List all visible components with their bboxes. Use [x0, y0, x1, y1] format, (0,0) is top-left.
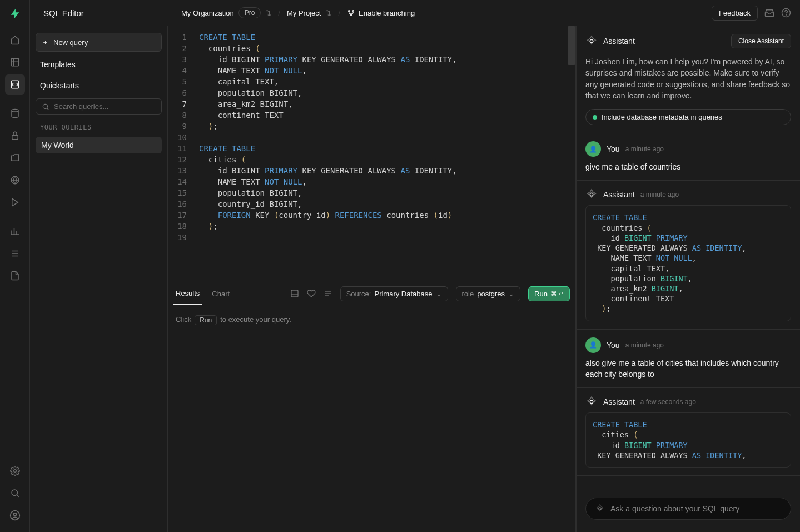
assistant-title: Assistant [603, 37, 635, 46]
role-select[interactable]: role postgres ⌄ [456, 286, 521, 301]
include-metadata-toggle[interactable]: Include database metadata in queries [585, 109, 791, 125]
close-assistant-button[interactable]: Close Assistant [731, 34, 791, 48]
assistant-icon [585, 396, 598, 408]
quickstarts-link[interactable]: Quickstarts [36, 77, 162, 94]
storage-icon[interactable] [5, 148, 25, 168]
svg-line-12 [17, 495, 18, 496]
chevron-down-icon: ⌄ [508, 290, 514, 298]
auth-icon[interactable] [5, 126, 25, 146]
database-icon[interactable] [5, 103, 25, 123]
chevron-updown-icon: ⇅ [265, 9, 271, 17]
templates-link[interactable]: Templates [36, 56, 162, 73]
code-block: CREATE TABLE countries ( id BIGINT PRIMA… [585, 205, 791, 321]
realtime-icon[interactable] [5, 192, 25, 212]
page-title: SQL Editor [43, 8, 84, 18]
project-selector[interactable]: My Project ⇅ [287, 9, 331, 17]
logs-icon[interactable] [5, 243, 25, 263]
results-body: Click Run to execute your query. [168, 305, 576, 532]
svg-point-14 [13, 513, 16, 516]
svg-line-21 [47, 108, 49, 110]
tab-chart[interactable]: Chart [210, 290, 232, 304]
svg-point-20 [43, 104, 47, 108]
search-icon [42, 103, 49, 111]
header: SQL Editor My Organization Pro ⇅ / My Pr… [30, 0, 800, 26]
query-item[interactable]: My World [36, 137, 162, 153]
search-input[interactable]: Search queries... [36, 98, 162, 115]
home-icon[interactable] [5, 30, 25, 50]
new-query-button[interactable]: ＋ New query [36, 33, 162, 52]
svg-point-11 [12, 490, 18, 496]
tab-results[interactable]: Results [173, 289, 202, 305]
sidebar-section-label: YOUR QUERIES [36, 119, 162, 132]
favorite-icon[interactable] [307, 289, 316, 298]
run-button[interactable]: Run ⌘ ↵ [528, 286, 570, 301]
svg-point-4 [12, 110, 18, 112]
avatar: 👤 [585, 141, 601, 157]
avatar: 👤 [585, 337, 601, 353]
chevron-updown-icon: ⇅ [325, 9, 331, 17]
search-icon[interactable] [5, 483, 25, 503]
help-icon[interactable] [781, 8, 791, 18]
message: Assistanta minute agoCREATE TABLE countr… [577, 181, 800, 329]
message: 👤Youa minute agoalso give me a table of … [577, 330, 800, 388]
plus-icon: ＋ [42, 37, 49, 47]
svg-rect-22 [291, 290, 298, 297]
message: Assistanta few seconds agoCREATE TABLE c… [577, 388, 800, 475]
svg-point-15 [349, 10, 350, 12]
scrollbar[interactable] [568, 26, 575, 65]
sql-editor-icon[interactable] [5, 74, 25, 95]
svg-point-19 [786, 14, 787, 15]
chevron-down-icon: ⌄ [436, 290, 442, 298]
table-icon[interactable] [5, 52, 25, 72]
user-icon[interactable] [5, 505, 25, 525]
svg-rect-5 [12, 135, 18, 140]
status-dot-icon [593, 115, 597, 120]
code-block: CREATE TABLE cities ( id BIGINT PRIMARY … [585, 412, 791, 468]
message: 👤Youa minute agogive me a table of count… [577, 133, 800, 180]
layout-icon[interactable] [290, 289, 299, 298]
icon-rail [0, 0, 30, 532]
logo-icon [9, 8, 21, 20]
assistant-icon [585, 188, 598, 201]
sidebar: ＋ New query Templates Quickstarts Search… [30, 26, 168, 532]
assistant-icon [595, 504, 605, 514]
assistant-panel: Assistant Close Assistant Hi Joshen Lim,… [576, 26, 800, 532]
reports-icon[interactable] [5, 221, 25, 241]
branching-button[interactable]: Enable branching [347, 9, 415, 17]
breadcrumb: My Organization Pro ⇅ / My Project ⇅ / E… [168, 7, 415, 18]
svg-point-17 [350, 14, 352, 16]
assistant-input[interactable]: Ask a question about your SQL query [585, 498, 791, 520]
org-selector[interactable]: My Organization Pro ⇅ [181, 7, 271, 18]
assistant-icon [585, 35, 598, 47]
results-toolbar: Results Chart Source: Primary Database ⌄… [168, 282, 576, 305]
inbox-icon[interactable] [764, 8, 774, 18]
svg-point-10 [13, 470, 16, 473]
svg-point-16 [352, 10, 354, 12]
api-icon[interactable] [5, 266, 25, 286]
settings-icon[interactable] [5, 461, 25, 481]
svg-rect-0 [11, 58, 19, 66]
branch-icon [347, 9, 355, 17]
source-select[interactable]: Source: Primary Database ⌄ [340, 286, 448, 301]
edge-icon[interactable] [5, 170, 25, 190]
assistant-intro: Hi Joshen Lim, how can I help you? I'm p… [577, 56, 800, 109]
wrap-icon[interactable] [324, 289, 332, 298]
code-editor[interactable]: 12345678910111213141516171819 CREATE TAB… [168, 26, 576, 282]
feedback-button[interactable]: Feedback [712, 6, 758, 21]
